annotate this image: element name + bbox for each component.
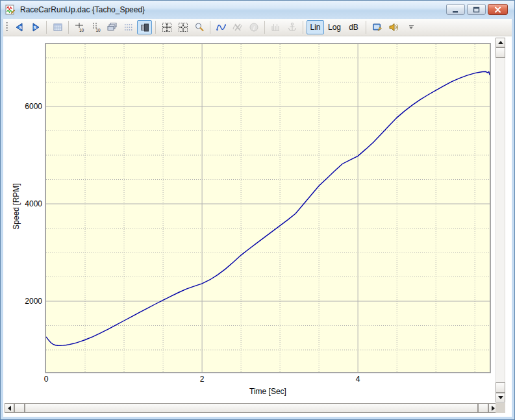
wave-cut-icon (232, 22, 243, 32)
crosshair-icon: 10 (75, 22, 85, 32)
toolbar-separator (155, 21, 156, 34)
db-scale-button[interactable]: dB (345, 20, 362, 34)
window-controls (446, 4, 508, 15)
split-view-button[interactable] (137, 20, 152, 34)
next-signal-icon: S (31, 22, 41, 32)
connect-samples-button[interactable] (214, 20, 229, 34)
toolbar-separator (210, 21, 210, 34)
horizontal-scrollbar-page-right[interactable] (478, 403, 488, 413)
toolbar-separator (68, 21, 69, 34)
scale-to-zero-button[interactable] (175, 20, 190, 34)
toolbar-grip[interactable] (6, 22, 8, 32)
delete-samples-button (230, 20, 245, 34)
maximize-button[interactable] (467, 4, 486, 15)
y-tick-label: 4000 (25, 199, 42, 208)
split-panels-icon (140, 22, 150, 32)
scroll-left-button[interactable] (5, 403, 14, 413)
fit-out-icon (162, 22, 172, 32)
log-scale-button[interactable]: Log (325, 20, 344, 34)
wave-icon (216, 22, 227, 32)
chart-host: 024200040006000 Time [Sec] Speed [RPM] (3, 36, 494, 404)
titlebar[interactable]: RaceCarRunUp.dac {Tacho_Speed} (1, 1, 514, 19)
window-title: RaceCarRunUp.dac {Tacho_Speed} (20, 5, 145, 14)
svg-text:10: 10 (79, 28, 84, 32)
chart-canvas: 024200040006000 Time [Sec] Speed [RPM] (3, 36, 494, 404)
comb-icon (271, 22, 281, 32)
anchor-icon (287, 22, 297, 32)
grid-dialog-icon (53, 22, 63, 32)
x-tick-label: 4 (356, 375, 360, 384)
close-icon (493, 6, 503, 14)
toolbar-separator (46, 21, 47, 34)
maximize-icon (471, 6, 481, 14)
anchor-cursor-button (284, 20, 299, 34)
vertical-scrollbar (496, 38, 505, 402)
chevron-down-icon (409, 27, 413, 29)
linear-scale-label: Lin (310, 23, 320, 32)
vertical-scrollbar-thumb[interactable] (496, 47, 505, 58)
horizontal-scrollbar-thumb[interactable] (25, 403, 478, 413)
measurement-grid-button[interactable] (50, 20, 65, 34)
y-tick-label: 2000 (25, 297, 42, 306)
curve-window-icon (5, 5, 16, 15)
svg-text:10: 10 (95, 28, 101, 32)
present-icon (372, 22, 383, 32)
crosshair-cursor-button[interactable]: 10 (72, 20, 87, 34)
speaker-icon (388, 22, 399, 32)
svg-text:S: S (19, 25, 22, 30)
db-scale-label: dB (349, 23, 358, 32)
content-area: 024200040006000 Time [Sec] Speed [RPM] (3, 36, 512, 417)
scroll-down-button[interactable] (496, 393, 505, 402)
arrow-right-icon (492, 406, 495, 411)
plot-area[interactable] (46, 44, 490, 372)
scroll-up-button[interactable] (496, 38, 505, 47)
toolbar-overflow-button[interactable] (407, 21, 416, 33)
dotted-lines-icon (123, 22, 134, 32)
grid-lines-button[interactable] (121, 20, 136, 34)
toolbar-separator (303, 21, 303, 34)
presentation-button[interactable] (370, 20, 384, 34)
overlapped-curves-button[interactable] (105, 20, 119, 34)
arrow-left-icon (8, 406, 11, 411)
previous-signal-button[interactable]: S (12, 20, 27, 34)
harmonic-icon: 10 (91, 22, 101, 32)
next-signal-button[interactable]: S (28, 20, 43, 34)
prev-signal-icon: S (14, 22, 25, 32)
arrow-down-icon (498, 396, 503, 399)
sound-output-button[interactable] (386, 20, 401, 34)
horizontal-scrollbar (5, 403, 498, 413)
y-tick-label: 6000 (25, 102, 42, 111)
overflow-bar-icon (409, 25, 414, 26)
toolbar: SS1010iLinLogdB (3, 19, 512, 36)
x-tick-label: 0 (44, 375, 49, 384)
info-icon: i (249, 22, 259, 32)
horizontal-scrollbar-page-left[interactable] (14, 403, 25, 413)
comb-cursor-button (268, 20, 283, 34)
y-axis-title: Speed [RPM] (12, 183, 21, 229)
signal-info-button: i (246, 20, 261, 34)
magnifier-button[interactable] (192, 20, 207, 34)
minimize-icon (451, 6, 460, 14)
autoscale-button[interactable] (159, 20, 174, 34)
toolbar-separator (366, 21, 366, 34)
toolbar-items: SS1010iLinLogdB (11, 20, 401, 34)
minimize-button[interactable] (446, 4, 465, 15)
x-tick-label: 2 (200, 375, 205, 384)
toolbar-separator (264, 21, 265, 34)
layers-icon (107, 22, 118, 32)
svg-text:S: S (33, 25, 36, 30)
log-scale-label: Log (328, 23, 341, 32)
arrow-up-icon (498, 41, 503, 44)
magnifier-icon (194, 22, 205, 32)
application-window: RaceCarRunUp.dac {Tacho_Speed} (0, 0, 515, 420)
vertical-scrollbar-track[interactable] (496, 58, 505, 382)
vertical-scrollbar-page-button[interactable] (496, 382, 505, 393)
x-axis-title: Time [Sec] (249, 387, 286, 396)
harmonic-cursors-button[interactable]: 10 (88, 20, 103, 34)
scrollbar-corner (496, 403, 505, 413)
linear-scale-button[interactable]: Lin (307, 20, 324, 34)
close-button[interactable] (488, 4, 508, 15)
fit-in-icon (178, 22, 188, 32)
